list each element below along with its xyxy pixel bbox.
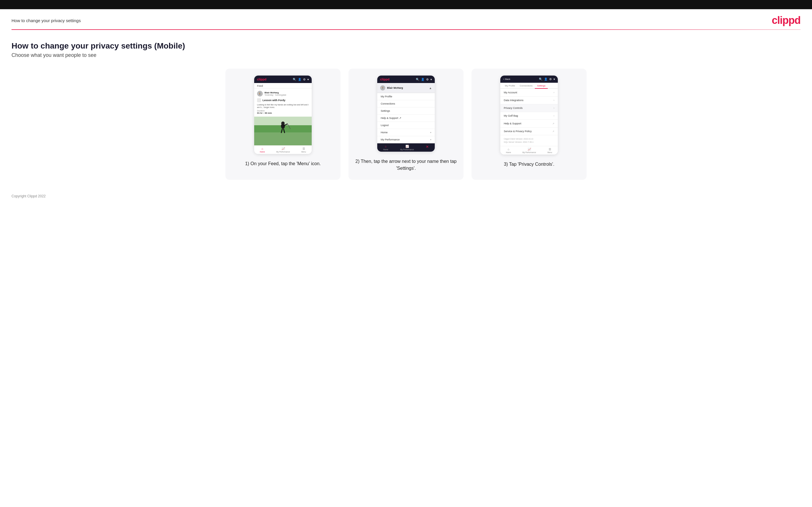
p1-bottom-nav: ⌂ Home 📈 My Performance ☰ Menu bbox=[254, 145, 312, 154]
p3-nav-home: ⌂ Home bbox=[506, 148, 511, 153]
p1-chevron-icon: ▾ bbox=[307, 78, 309, 81]
p2-connections[interactable]: Connections bbox=[377, 100, 435, 107]
step-3-caption: 3) Tap 'Privacy Controls'. bbox=[504, 161, 554, 168]
p3-privacy-controls-chevron: › bbox=[554, 107, 554, 109]
footer: Copyright Clippd 2022 bbox=[0, 185, 812, 204]
p3-performance-icon: 📈 bbox=[527, 148, 531, 151]
p1-location: Yesterday · Sunningdale bbox=[264, 94, 287, 96]
p3-tab-connections[interactable]: Connections bbox=[517, 83, 535, 88]
p3-performance-label: My Performance bbox=[522, 151, 536, 153]
logo: clippd bbox=[772, 14, 801, 26]
p3-chevron-icon: ▾ bbox=[554, 77, 555, 81]
p1-topbar: clippd 🔍 👤 ⚙ ▾ bbox=[254, 75, 312, 83]
p3-topbar: < Back 🔍 👤 ⚙ ▾ bbox=[500, 75, 558, 83]
p2-nav-home: ⌂ Home bbox=[383, 145, 388, 151]
p3-my-golf-bag-chevron: › bbox=[554, 114, 554, 117]
p1-nav-menu[interactable]: ☰ Menu bbox=[301, 147, 306, 153]
step-1-card: clippd 🔍 👤 ⚙ ▾ Feed 🏌 Blair McHar bbox=[225, 69, 341, 180]
p1-performance-label: My Performance bbox=[276, 151, 290, 153]
p3-tabs: My Profile Connections Settings bbox=[500, 83, 558, 89]
p2-performance-nav-label: My Performance bbox=[400, 149, 414, 151]
p2-username: Blair McHarg bbox=[387, 87, 403, 89]
p3-service-privacy[interactable]: Service & Privacy Policy ↗ bbox=[500, 127, 558, 135]
p2-settings-icon: ⚙ bbox=[426, 78, 429, 81]
p2-nav-close[interactable]: ✕ bbox=[426, 145, 429, 151]
p2-performance-icon: 📈 bbox=[405, 145, 409, 148]
p1-icons: 🔍 👤 ⚙ ▾ bbox=[293, 78, 309, 81]
p3-my-account[interactable]: My Account › bbox=[500, 89, 558, 97]
p3-help-support[interactable]: Help & Support ↗ bbox=[500, 120, 558, 127]
p2-performance-chevron: ▾ bbox=[430, 138, 431, 141]
step-1-caption: 1) On your Feed, tap the 'Menu' icon. bbox=[245, 160, 320, 167]
p1-lesson-row: Lesson with Fordy bbox=[257, 98, 309, 102]
p2-user-header: 🏌 Blair McHarg ▲ bbox=[377, 83, 435, 93]
p2-avatar: 🏌 bbox=[380, 85, 385, 91]
top-bar bbox=[0, 0, 812, 9]
p1-post: 🏌 Blair McHarg Yesterday · Sunningdale L… bbox=[254, 89, 312, 117]
p3-privacy-controls[interactable]: Privacy Controls › bbox=[500, 104, 558, 112]
p3-version-text: Clippd Client Version: 2022.8.3-3 GQL Se… bbox=[500, 135, 558, 146]
p3-settings-icon: ⚙ bbox=[549, 77, 552, 81]
step-3-phone: < Back 🔍 👤 ⚙ ▾ My Profile Connections Se… bbox=[500, 75, 558, 155]
p1-user-icon: 👤 bbox=[298, 78, 301, 81]
p3-nav-performance: 📈 My Performance bbox=[522, 148, 536, 153]
p2-settings[interactable]: Settings bbox=[377, 107, 435, 115]
p2-logout[interactable]: Logout bbox=[377, 122, 435, 129]
p3-nav-menu[interactable]: ☰ Menu bbox=[548, 148, 552, 153]
step-2-card: clippd 🔍 👤 ⚙ ▾ 🏌 Blair McHarg ▲ bbox=[349, 69, 463, 180]
p1-golf-image bbox=[254, 117, 312, 145]
p2-user-left: 🏌 Blair McHarg bbox=[380, 85, 403, 91]
header-title: How to change your privacy settings bbox=[11, 18, 81, 23]
p2-bottom-nav: ⌂ Home 📈 My Performance ✕ bbox=[377, 143, 435, 152]
p3-home-icon: ⌂ bbox=[507, 148, 509, 151]
p1-search-icon: 🔍 bbox=[293, 78, 296, 81]
p2-topbar: clippd 🔍 👤 ⚙ ▾ bbox=[377, 75, 435, 83]
header: How to change your privacy settings clip… bbox=[0, 9, 812, 29]
p1-username: Blair McHarg bbox=[264, 91, 287, 94]
p3-search-icon: 🔍 bbox=[539, 77, 542, 81]
p3-settings-list: My Account › Data Integrations › Privacy… bbox=[500, 89, 558, 135]
step-2-caption: 2) Then, tap the arrow next to your name… bbox=[354, 158, 458, 172]
p1-lesson-icon bbox=[257, 98, 261, 102]
p2-my-profile[interactable]: My Profile bbox=[377, 93, 435, 100]
step-3-card: < Back 🔍 👤 ⚙ ▾ My Profile Connections Se… bbox=[471, 69, 587, 180]
p2-arrow-icon[interactable]: ▲ bbox=[429, 87, 432, 90]
p3-home-label: Home bbox=[506, 151, 511, 153]
p3-menu-icon: ☰ bbox=[549, 148, 551, 151]
p1-menu-icon: ☰ bbox=[303, 147, 305, 150]
p3-help-support-label: Help & Support bbox=[504, 122, 521, 125]
p1-home-label: Home bbox=[260, 151, 265, 153]
p1-nav-performance: 📈 My Performance bbox=[276, 147, 290, 153]
page-heading: How to change your privacy settings (Mob… bbox=[11, 41, 801, 51]
p3-tab-settings[interactable]: Settings bbox=[535, 83, 548, 89]
p2-home-section: Home ▾ bbox=[377, 129, 435, 136]
p3-data-integrations[interactable]: Data Integrations › bbox=[500, 97, 558, 104]
p3-icons: 🔍 👤 ⚙ ▾ bbox=[539, 77, 555, 81]
p3-user-icon: 👤 bbox=[544, 77, 548, 81]
p1-lesson-desc: Looking to feel like my hands are exitin… bbox=[257, 103, 309, 109]
p3-my-golf-bag[interactable]: My Golf Bag › bbox=[500, 112, 558, 120]
svg-point-4 bbox=[281, 121, 285, 125]
p3-data-integrations-label: Data Integrations bbox=[504, 99, 523, 102]
p3-my-account-chevron: › bbox=[554, 91, 554, 94]
p2-search-icon: 🔍 bbox=[416, 78, 419, 81]
p3-back-button[interactable]: < Back bbox=[503, 78, 510, 80]
p3-menu-label: Menu bbox=[548, 151, 552, 153]
p3-privacy-controls-label: Privacy Controls bbox=[504, 107, 523, 109]
p2-home-nav-label: Home bbox=[383, 149, 388, 151]
p2-icons: 🔍 👤 ⚙ ▾ bbox=[416, 78, 432, 81]
p3-help-ext-icon: ↗ bbox=[552, 122, 554, 125]
p1-user-info: Blair McHarg Yesterday · Sunningdale bbox=[264, 91, 287, 96]
p1-settings-icon: ⚙ bbox=[303, 78, 306, 81]
p1-avatar: 🏌 bbox=[257, 91, 263, 97]
p2-nav-performance: 📈 My Performance bbox=[400, 145, 414, 151]
p2-help-support[interactable]: Help & Support ↗ bbox=[377, 115, 435, 122]
p1-user-row: 🏌 Blair McHarg Yesterday · Sunningdale bbox=[257, 91, 309, 97]
p3-tab-myprofile[interactable]: My Profile bbox=[503, 83, 517, 88]
p3-bottom-nav: ⌂ Home 📈 My Performance ☰ Menu bbox=[500, 146, 558, 155]
p1-performance-icon: 📈 bbox=[282, 147, 285, 150]
p3-my-account-label: My Account bbox=[504, 91, 517, 94]
p2-logo: clippd bbox=[380, 77, 389, 81]
p2-performance-label: My Performance bbox=[381, 138, 400, 141]
p1-logo: clippd bbox=[257, 77, 266, 81]
